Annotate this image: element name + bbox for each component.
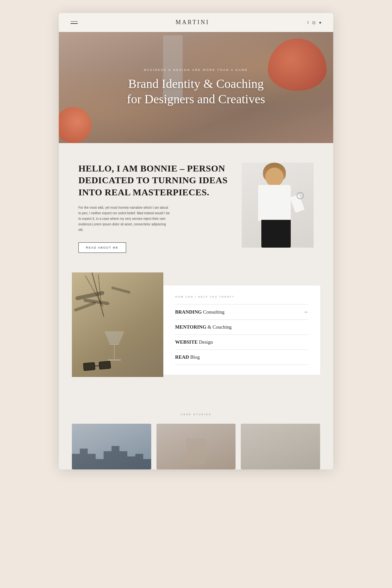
case-studies-label: CASE STUDIES (72, 413, 320, 416)
hero-subtitle: BUSINESS & DESIGN ARE MORE THAN A GAME (121, 68, 271, 72)
pinterest-icon[interactable]: ● (319, 20, 321, 25)
service-item-blog[interactable]: READ Blog (175, 350, 308, 365)
services-section: HOW CAN I HELP YOU TODAY? BRANDING Consu… (59, 272, 333, 397)
social-links: f ◎ ● (307, 20, 321, 25)
case-study-card-3[interactable] (241, 424, 320, 469)
read-about-me-button[interactable]: READ ABOUT ME (78, 242, 126, 253)
services-card: HOW CAN I HELP YOU TODAY? BRANDING Consu… (163, 286, 320, 375)
hero-section: BUSINESS & DESIGN ARE MORE THAN A GAME B… (59, 32, 333, 143)
case-study-card-2[interactable] (156, 424, 236, 469)
case-study-card-1[interactable] (72, 424, 151, 469)
service-name-website: WEBSITE Design (175, 339, 213, 345)
about-section: HELLO, I AM BONNIE – PERSON DEDICATED TO… (59, 143, 333, 272)
service-name-blog: READ Blog (175, 354, 200, 360)
hero-content: BUSINESS & DESIGN ARE MORE THAN A GAME B… (114, 62, 278, 114)
about-portrait-image (242, 163, 314, 248)
instagram-icon[interactable]: ◎ (312, 20, 316, 25)
building-silhouette (72, 443, 151, 469)
service-item-mentoring[interactable]: MENTORING & Couching (175, 320, 308, 335)
about-body-text: For the most wild, yet most homely narra… (78, 205, 170, 233)
case-studies-grid (72, 424, 320, 469)
service-item-branding[interactable]: BRANDING Consulting → (175, 304, 308, 320)
service-name-mentoring: MENTORING & Couching (175, 324, 232, 330)
services-label: HOW CAN I HELP YOU TODAY? (175, 295, 308, 298)
service-item-website[interactable]: WEBSITE Design (175, 335, 308, 350)
services-image (72, 272, 163, 377)
site-logo[interactable]: MARTINI (175, 19, 209, 26)
hamburger-menu[interactable] (71, 21, 78, 24)
hero-title: Brand Identity & Coaching for Designers … (121, 76, 271, 107)
navbar: MARTINI f ◎ ● (59, 13, 333, 32)
browser-window: MARTINI f ◎ ● BUSINESS & DESIGN ARE MORE… (59, 13, 333, 469)
facebook-icon[interactable]: f (307, 20, 309, 25)
case-studies-section: CASE STUDIES (59, 397, 333, 469)
service-name-branding: BRANDING Consulting (175, 309, 224, 315)
about-text-block: HELLO, I AM BONNIE – PERSON DEDICATED TO… (78, 163, 229, 253)
about-heading: HELLO, I AM BONNIE – PERSON DEDICATED TO… (78, 163, 229, 198)
grapefruit-left (59, 107, 91, 143)
service-arrow-branding: → (303, 309, 308, 315)
